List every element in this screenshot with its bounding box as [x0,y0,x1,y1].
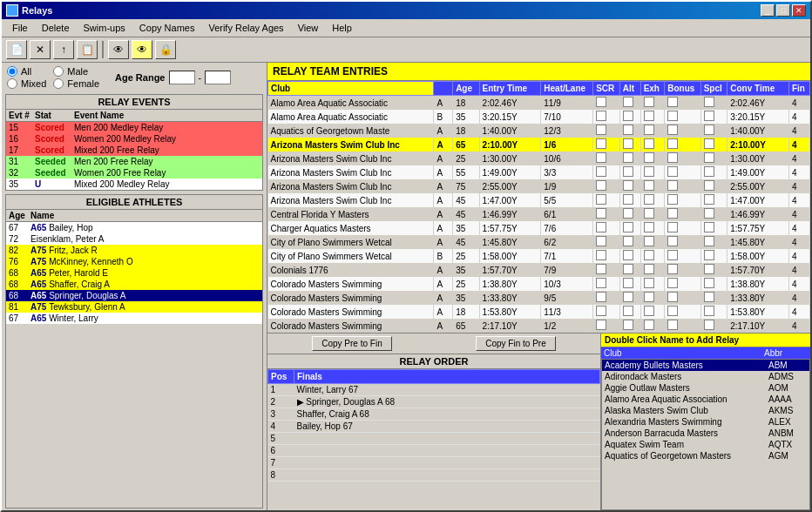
maximize-button[interactable]: □ [776,4,790,17]
bonus-checkbox[interactable] [667,278,678,288]
bonus-checkbox[interactable] [667,152,678,163]
spcl-checkbox[interactable] [704,292,714,302]
club-row[interactable]: Aquatex Swim Team AQTX [602,439,809,450]
bonus-checkbox[interactable] [667,306,678,316]
view3-button[interactable]: 🔒 [155,40,176,59]
menu-view[interactable]: View [291,21,326,35]
scr-checkbox[interactable] [596,292,606,302]
age-range-from[interactable] [169,71,195,84]
exh-checkbox[interactable] [644,250,654,260]
bonus-checkbox[interactable] [667,125,678,135]
exh-checkbox[interactable] [644,111,654,121]
scr-checkbox[interactable] [596,138,606,149]
menu-delete[interactable]: Delete [35,21,77,35]
bonus-checkbox[interactable] [667,111,678,121]
copy-pre-fin-button[interactable]: Copy Pre to Fin [312,336,391,351]
entry-row[interactable]: Colonials 1776 A 35 1:57.70Y 7/9 1:57.70… [268,263,810,277]
scr-checkbox[interactable] [596,278,606,288]
club-row[interactable]: Alamo Area Aquatic Association AAAA [602,394,809,405]
relay-event-row[interactable]: 31 Seeded Men 200 Free Relay [6,156,262,167]
scr-checkbox[interactable] [596,97,606,107]
menu-copynames[interactable]: Copy Names [132,21,202,35]
relay-event-row[interactable]: 16 Scored Women 200 Medley Relay [6,133,262,145]
entry-row[interactable]: City of Plano Swimmers Wetcal A 45 1:45.… [268,235,810,249]
club-row[interactable]: Aggie Outlaw Masters AOM [602,382,809,394]
scr-checkbox[interactable] [596,236,606,246]
exh-checkbox[interactable] [644,236,654,246]
all-radio[interactable] [7,66,17,77]
entry-row[interactable]: Colorado Masters Swimming A 18 1:53.80Y … [268,305,810,319]
spcl-checkbox[interactable] [704,138,714,149]
copy-fin-pre-button[interactable]: Copy Fin to Pre [476,336,555,351]
minimize-button[interactable]: _ [761,4,775,17]
bonus-checkbox[interactable] [667,264,678,274]
spcl-checkbox[interactable] [704,208,714,219]
alt-checkbox[interactable] [623,250,633,260]
menu-swimups[interactable]: Swim-ups [77,21,132,35]
spcl-checkbox[interactable] [704,306,714,316]
alt-checkbox[interactable] [623,166,633,177]
alt-checkbox[interactable] [623,208,633,219]
age-range-to[interactable] [205,71,231,84]
entries-table-container[interactable]: Club Age Entry Time Heat/Lane SCR Alt Ex… [267,81,810,333]
athlete-row[interactable]: 76 A75 McKinney, Kenneth O [6,256,262,267]
spcl-checkbox[interactable] [704,166,714,177]
entry-row[interactable]: Arizona Masters Swim Club Inc A 65 2:10.… [268,138,810,152]
bonus-checkbox[interactable] [667,208,678,219]
entry-row[interactable]: Colorado Masters Swimming A 25 1:38.80Y … [268,277,810,291]
close-button[interactable]: ✕ [792,4,806,17]
bonus-checkbox[interactable] [667,194,678,205]
spcl-checkbox[interactable] [704,236,714,246]
scr-checkbox[interactable] [596,111,606,121]
alt-checkbox[interactable] [623,180,633,191]
scr-checkbox[interactable] [596,152,606,163]
exh-checkbox[interactable] [644,264,654,274]
alt-checkbox[interactable] [623,111,633,121]
exh-checkbox[interactable] [644,125,654,135]
athlete-row[interactable]: 67 A65 Winter, Larry [6,313,262,324]
order-row[interactable]: 2 ▶ Springer, Douglas A 68 [268,396,600,408]
relay-event-row[interactable]: 15 Scored Men 200 Medley Relay [6,122,262,134]
athlete-row[interactable]: 72 Eisenklam, Peter A [6,233,262,245]
scr-checkbox[interactable] [596,222,606,232]
exh-checkbox[interactable] [644,278,654,288]
athlete-row[interactable]: 68 A65 Springer, Douglas A [6,290,262,301]
alt-checkbox[interactable] [623,138,633,149]
exh-checkbox[interactable] [644,320,654,330]
bonus-checkbox[interactable] [667,292,678,302]
view2-button[interactable]: 👁 [132,40,152,59]
menu-help[interactable]: Help [325,21,359,35]
order-row[interactable]: 1 Winter, Larry 67 [268,384,600,396]
exh-checkbox[interactable] [644,194,654,205]
spcl-checkbox[interactable] [704,264,714,274]
alt-checkbox[interactable] [623,292,633,302]
athlete-row[interactable]: 82 A75 Fritz, Jack R [6,245,262,256]
order-row[interactable]: 6 [268,445,600,457]
scr-checkbox[interactable] [596,194,606,205]
bonus-checkbox[interactable] [667,138,678,149]
entry-row[interactable]: Arizona Masters Swim Club Inc A 25 1:30.… [268,152,810,165]
delete-button[interactable]: ✕ [30,40,51,59]
alt-checkbox[interactable] [623,264,633,274]
entry-row[interactable]: Colorado Masters Swimming A 35 1:33.80Y … [268,291,810,305]
spcl-checkbox[interactable] [704,194,714,205]
scr-checkbox[interactable] [596,180,606,191]
entry-row[interactable]: Colorado Masters Swimming A 65 2:17.10Y … [268,319,810,333]
exh-checkbox[interactable] [644,138,654,149]
bonus-checkbox[interactable] [667,320,678,330]
club-row[interactable]: Academy Bullets Masters ABM [602,360,809,371]
male-radio[interactable] [53,66,64,77]
spcl-checkbox[interactable] [704,111,714,121]
order-row[interactable]: 5 [268,433,600,445]
entry-row[interactable]: Arizona Masters Swim Club Inc A 75 2:55.… [268,179,810,193]
up-button[interactable]: ↑ [53,40,74,59]
entry-row[interactable]: City of Plano Swimmers Wetcal B 25 1:58.… [268,249,810,263]
exh-checkbox[interactable] [644,306,654,316]
scr-checkbox[interactable] [596,250,606,260]
spcl-checkbox[interactable] [704,250,714,260]
alt-checkbox[interactable] [623,97,633,107]
exh-checkbox[interactable] [644,180,654,191]
alt-checkbox[interactable] [623,320,633,330]
bonus-checkbox[interactable] [667,166,678,177]
menu-file[interactable]: File [5,21,35,35]
